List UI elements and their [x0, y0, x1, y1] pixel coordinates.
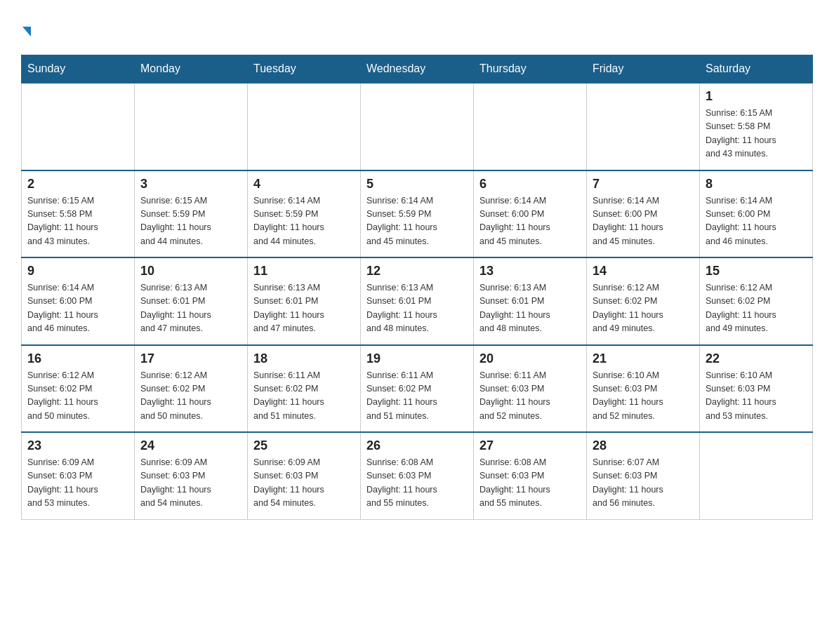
day-info: Sunrise: 6:08 AMSunset: 6:03 PMDaylight:…	[366, 456, 468, 511]
day-info: Sunrise: 6:15 AMSunset: 5:58 PMDaylight:…	[27, 194, 128, 249]
day-number: 11	[253, 264, 355, 279]
calendar-cell: 25Sunrise: 6:09 AMSunset: 6:03 PMDayligh…	[248, 432, 361, 519]
day-number: 13	[479, 264, 581, 279]
calendar-cell: 6Sunrise: 6:14 AMSunset: 6:00 PMDaylight…	[474, 170, 587, 258]
day-info: Sunrise: 6:09 AMSunset: 6:03 PMDaylight:…	[27, 456, 128, 511]
calendar-cell: 3Sunrise: 6:15 AMSunset: 5:59 PMDaylight…	[135, 170, 248, 258]
calendar-cell: 21Sunrise: 6:10 AMSunset: 6:03 PMDayligh…	[587, 345, 700, 433]
day-number: 3	[140, 177, 241, 192]
weekday-header-sunday: Sunday	[22, 55, 135, 83]
day-number: 1	[706, 89, 807, 104]
calendar-cell: 8Sunrise: 6:14 AMSunset: 6:00 PMDaylight…	[700, 170, 813, 258]
calendar-cell: 28Sunrise: 6:07 AMSunset: 6:03 PMDayligh…	[587, 432, 700, 519]
calendar-cell	[474, 83, 587, 170]
weekday-header-row: SundayMondayTuesdayWednesdayThursdayFrid…	[22, 55, 813, 83]
calendar-cell: 2Sunrise: 6:15 AMSunset: 5:58 PMDaylight…	[22, 170, 135, 258]
calendar-cell: 7Sunrise: 6:14 AMSunset: 6:00 PMDaylight…	[587, 170, 700, 258]
day-info: Sunrise: 6:13 AMSunset: 6:01 PMDaylight:…	[479, 281, 581, 336]
day-info: Sunrise: 6:13 AMSunset: 6:01 PMDaylight:…	[140, 281, 241, 336]
calendar-cell	[135, 83, 248, 170]
day-number: 15	[706, 264, 807, 279]
weekday-header-saturday: Saturday	[700, 55, 813, 83]
calendar-cell: 26Sunrise: 6:08 AMSunset: 6:03 PMDayligh…	[361, 432, 474, 519]
day-info: Sunrise: 6:13 AMSunset: 6:01 PMDaylight:…	[366, 281, 468, 336]
day-number: 27	[479, 438, 581, 453]
day-info: Sunrise: 6:14 AMSunset: 6:00 PMDaylight:…	[593, 194, 694, 249]
weekday-header-friday: Friday	[587, 55, 700, 83]
day-number: 20	[479, 351, 581, 366]
calendar-cell: 15Sunrise: 6:12 AMSunset: 6:02 PMDayligh…	[700, 257, 813, 345]
calendar-cell: 19Sunrise: 6:11 AMSunset: 6:02 PMDayligh…	[361, 345, 474, 433]
calendar-cell: 24Sunrise: 6:09 AMSunset: 6:03 PMDayligh…	[135, 432, 248, 519]
day-number: 12	[366, 264, 468, 279]
week-row-1: 2Sunrise: 6:15 AMSunset: 5:58 PMDaylight…	[22, 170, 813, 258]
day-info: Sunrise: 6:15 AMSunset: 5:59 PMDaylight:…	[140, 194, 241, 249]
day-number: 19	[366, 351, 468, 366]
weekday-header-thursday: Thursday	[474, 55, 587, 83]
calendar-cell: 10Sunrise: 6:13 AMSunset: 6:01 PMDayligh…	[135, 257, 248, 345]
day-number: 22	[706, 351, 807, 366]
calendar-cell	[248, 83, 361, 170]
calendar-cell: 20Sunrise: 6:11 AMSunset: 6:03 PMDayligh…	[474, 345, 587, 433]
day-number: 23	[27, 438, 128, 453]
week-row-2: 9Sunrise: 6:14 AMSunset: 6:00 PMDaylight…	[22, 257, 813, 345]
day-number: 26	[366, 438, 468, 453]
day-number: 18	[253, 351, 355, 366]
calendar-cell: 14Sunrise: 6:12 AMSunset: 6:02 PMDayligh…	[587, 257, 700, 345]
day-info: Sunrise: 6:12 AMSunset: 6:02 PMDaylight:…	[140, 369, 241, 424]
day-info: Sunrise: 6:14 AMSunset: 6:00 PMDaylight:…	[27, 281, 128, 336]
day-info: Sunrise: 6:14 AMSunset: 5:59 PMDaylight:…	[253, 194, 355, 249]
day-info: Sunrise: 6:10 AMSunset: 6:03 PMDaylight:…	[593, 369, 694, 424]
calendar-cell: 12Sunrise: 6:13 AMSunset: 6:01 PMDayligh…	[361, 257, 474, 345]
week-row-0: 1Sunrise: 6:15 AMSunset: 5:58 PMDaylight…	[22, 83, 813, 170]
weekday-header-wednesday: Wednesday	[361, 55, 474, 83]
week-row-4: 23Sunrise: 6:09 AMSunset: 6:03 PMDayligh…	[22, 432, 813, 519]
day-number: 6	[479, 177, 581, 192]
day-number: 14	[593, 264, 694, 279]
day-info: Sunrise: 6:12 AMSunset: 6:02 PMDaylight:…	[706, 281, 807, 336]
day-info: Sunrise: 6:09 AMSunset: 6:03 PMDaylight:…	[140, 456, 241, 511]
calendar-cell: 11Sunrise: 6:13 AMSunset: 6:01 PMDayligh…	[248, 257, 361, 345]
week-row-3: 16Sunrise: 6:12 AMSunset: 6:02 PMDayligh…	[22, 345, 813, 433]
day-info: Sunrise: 6:15 AMSunset: 5:58 PMDaylight:…	[706, 107, 807, 161]
calendar-cell: 9Sunrise: 6:14 AMSunset: 6:00 PMDaylight…	[22, 257, 135, 345]
day-info: Sunrise: 6:11 AMSunset: 6:02 PMDaylight:…	[253, 369, 355, 424]
day-number: 9	[27, 264, 128, 279]
calendar-cell	[700, 432, 813, 519]
day-info: Sunrise: 6:13 AMSunset: 6:01 PMDaylight:…	[253, 281, 355, 336]
day-info: Sunrise: 6:11 AMSunset: 6:02 PMDaylight:…	[366, 369, 468, 424]
day-number: 24	[140, 438, 241, 453]
calendar-cell: 18Sunrise: 6:11 AMSunset: 6:02 PMDayligh…	[248, 345, 361, 433]
calendar-cell: 16Sunrise: 6:12 AMSunset: 6:02 PMDayligh…	[22, 345, 135, 433]
day-number: 28	[593, 438, 694, 453]
logo-text	[21, 21, 31, 41]
calendar-cell: 4Sunrise: 6:14 AMSunset: 5:59 PMDaylight…	[248, 170, 361, 258]
page-header	[21, 21, 813, 41]
weekday-header-monday: Monday	[135, 55, 248, 83]
calendar-cell: 17Sunrise: 6:12 AMSunset: 6:02 PMDayligh…	[135, 345, 248, 433]
calendar-cell	[361, 83, 474, 170]
day-number: 2	[27, 177, 128, 192]
calendar-cell: 22Sunrise: 6:10 AMSunset: 6:03 PMDayligh…	[700, 345, 813, 433]
day-number: 25	[253, 438, 355, 453]
day-info: Sunrise: 6:07 AMSunset: 6:03 PMDaylight:…	[593, 456, 694, 511]
day-number: 10	[140, 264, 241, 279]
day-info: Sunrise: 6:14 AMSunset: 6:00 PMDaylight:…	[706, 194, 807, 249]
day-number: 8	[706, 177, 807, 192]
day-number: 5	[366, 177, 468, 192]
calendar-table: SundayMondayTuesdayWednesdayThursdayFrid…	[21, 55, 813, 520]
day-info: Sunrise: 6:14 AMSunset: 5:59 PMDaylight:…	[366, 194, 468, 249]
calendar-cell: 27Sunrise: 6:08 AMSunset: 6:03 PMDayligh…	[474, 432, 587, 519]
day-number: 17	[140, 351, 241, 366]
day-info: Sunrise: 6:10 AMSunset: 6:03 PMDaylight:…	[706, 369, 807, 424]
day-info: Sunrise: 6:11 AMSunset: 6:03 PMDaylight:…	[479, 369, 581, 424]
logo	[21, 21, 31, 41]
day-info: Sunrise: 6:12 AMSunset: 6:02 PMDaylight:…	[27, 369, 128, 424]
day-number: 4	[253, 177, 355, 192]
weekday-header-tuesday: Tuesday	[248, 55, 361, 83]
calendar-cell: 5Sunrise: 6:14 AMSunset: 5:59 PMDaylight…	[361, 170, 474, 258]
day-info: Sunrise: 6:08 AMSunset: 6:03 PMDaylight:…	[479, 456, 581, 511]
calendar-cell: 13Sunrise: 6:13 AMSunset: 6:01 PMDayligh…	[474, 257, 587, 345]
calendar-cell: 23Sunrise: 6:09 AMSunset: 6:03 PMDayligh…	[22, 432, 135, 519]
day-number: 16	[27, 351, 128, 366]
